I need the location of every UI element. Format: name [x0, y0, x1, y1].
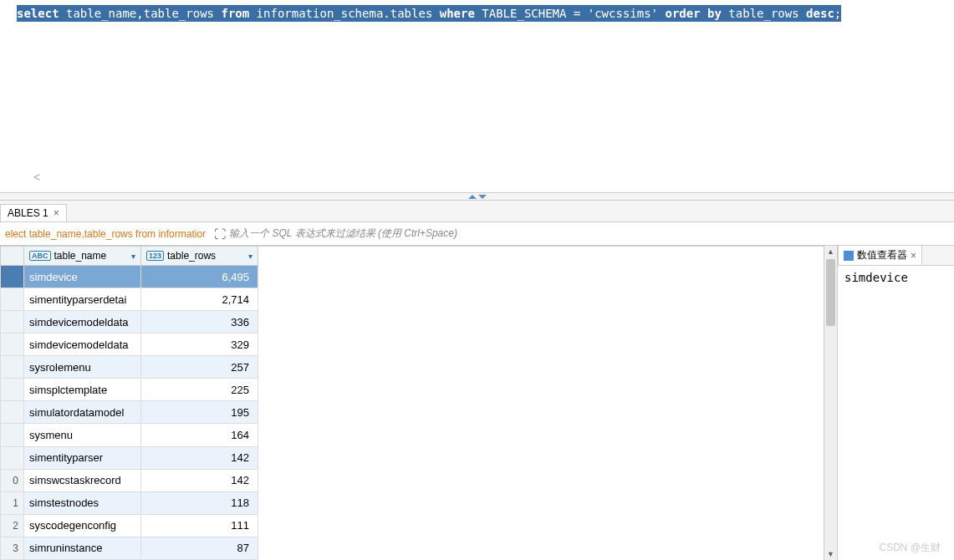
watermark: CSDN @生财: [879, 541, 941, 555]
filter-bar: elect table_name,table_rows from informa…: [0, 222, 954, 246]
rownum-cell[interactable]: [1, 401, 24, 424]
column-name-label: table_name: [54, 250, 107, 262]
table-row[interactable]: simdevice6,495: [1, 266, 258, 288]
rows-cell[interactable]: 2,714: [141, 288, 258, 311]
sql-query-line[interactable]: select table_name,table_rows from inform…: [17, 5, 841, 22]
name-cell[interactable]: simruninstance: [24, 537, 141, 559]
name-cell[interactable]: syscodegenconfig: [24, 514, 141, 537]
table-row[interactable]: simentityparserdetai2,714: [1, 288, 258, 311]
scroll-up-icon[interactable]: ▲: [824, 246, 837, 257]
close-icon[interactable]: ×: [54, 207, 59, 219]
name-cell[interactable]: sysrolemenu: [24, 356, 141, 379]
name-cell[interactable]: simulatordatamodel: [24, 401, 141, 424]
rows-cell[interactable]: 111: [141, 514, 258, 537]
name-cell[interactable]: simswcstaskrecord: [24, 469, 141, 491]
name-cell[interactable]: simstestnodes: [24, 491, 141, 514]
rownum-cell[interactable]: [1, 333, 24, 356]
splitter-handle[interactable]: [452, 193, 503, 200]
table-row[interactable]: simdevicemodeldata329: [1, 333, 258, 356]
rownum-cell[interactable]: [1, 311, 24, 333]
name-cell[interactable]: simsplctemplate: [24, 379, 141, 401]
splitter-bar[interactable]: [0, 192, 954, 201]
table-row[interactable]: 2syscodegenconfig111: [1, 514, 258, 537]
rows-cell[interactable]: 336: [141, 311, 258, 333]
table-row[interactable]: 0simswcstaskrecord142: [1, 469, 258, 491]
number-type-icon: 123: [146, 251, 164, 261]
rows-cell[interactable]: 329: [141, 333, 258, 356]
value-viewer-tab[interactable]: 数值查看器 ×: [838, 246, 922, 265]
splitter-up-icon: [468, 195, 477, 199]
table-row[interactable]: simdevicemodeldata336: [1, 311, 258, 333]
grid-empty-area: [258, 246, 824, 560]
table-row[interactable]: simsplctemplate225: [1, 379, 258, 401]
column-header-rows[interactable]: 123 table_rows ▾: [141, 247, 258, 266]
table-row[interactable]: sysrolemenu257: [1, 356, 258, 379]
chevron-down-icon[interactable]: ▾: [131, 252, 135, 261]
rows-cell[interactable]: 225: [141, 379, 258, 401]
rownum-cell[interactable]: [1, 356, 24, 379]
rownum-cell[interactable]: 1: [1, 491, 24, 514]
sql-editor[interactable]: select table_name,table_rows from inform…: [0, 0, 954, 192]
rows-cell[interactable]: 87: [141, 537, 258, 559]
table-row[interactable]: sysmenu164: [1, 424, 258, 446]
chevron-down-icon[interactable]: ▾: [248, 252, 253, 261]
value-viewer-content[interactable]: simdevice: [838, 266, 954, 560]
results-grid[interactable]: ABC table_name ▾ 123 table_rows ▾ si: [0, 246, 258, 560]
rows-cell[interactable]: 142: [141, 469, 258, 491]
vertical-scrollbar[interactable]: ▲ ▼: [824, 246, 837, 560]
results-tab-label: ABLES 1: [8, 207, 48, 219]
rows-cell[interactable]: 195: [141, 401, 258, 424]
hscroll-arrow-left[interactable]: <: [33, 171, 40, 184]
rownum-cell[interactable]: [1, 424, 24, 446]
value-viewer-tab-label: 数值查看器: [857, 248, 907, 262]
table-row[interactable]: simulatordatamodel195: [1, 401, 258, 424]
rows-cell[interactable]: 6,495: [141, 266, 258, 288]
table-row[interactable]: 1simstestnodes118: [1, 491, 258, 514]
rownum-header[interactable]: [1, 247, 24, 266]
rows-cell[interactable]: 257: [141, 356, 258, 379]
rownum-cell[interactable]: [1, 446, 24, 469]
panel-icon: [844, 251, 854, 261]
rows-cell[interactable]: 142: [141, 446, 258, 469]
name-cell[interactable]: simentityparserdetai: [24, 288, 141, 311]
name-cell[interactable]: simentityparser: [24, 446, 141, 469]
table-row[interactable]: simentityparser142: [1, 446, 258, 469]
name-cell[interactable]: simdevicemodeldata: [24, 333, 141, 356]
rows-cell[interactable]: 118: [141, 491, 258, 514]
column-header-name[interactable]: ABC table_name ▾: [24, 247, 141, 266]
rows-cell[interactable]: 164: [141, 424, 258, 446]
name-cell[interactable]: simdevice: [24, 266, 141, 288]
close-icon[interactable]: ×: [911, 250, 916, 262]
column-rows-label: table_rows: [167, 250, 216, 262]
results-tab[interactable]: ABLES 1 ×: [0, 204, 67, 221]
name-cell[interactable]: simdevicemodeldata: [24, 311, 141, 333]
table-row[interactable]: 3simruninstance87: [1, 537, 258, 559]
expand-icon[interactable]: ⛶: [211, 227, 229, 241]
splitter-down-icon: [478, 195, 487, 199]
rownum-cell[interactable]: [1, 379, 24, 401]
rownum-cell[interactable]: 3: [1, 537, 24, 559]
query-preview: elect table_name,table_rows from informa…: [0, 228, 211, 240]
rownum-cell[interactable]: 0: [1, 469, 24, 491]
scroll-thumb[interactable]: [826, 259, 835, 326]
rownum-cell[interactable]: [1, 266, 24, 288]
text-type-icon: ABC: [29, 251, 51, 261]
results-tab-bar: ABLES 1 ×: [0, 201, 954, 222]
name-cell[interactable]: sysmenu: [24, 424, 141, 446]
rownum-cell[interactable]: 2: [1, 514, 24, 537]
value-viewer-panel: 数值查看器 × simdevice: [837, 246, 954, 560]
filter-input[interactable]: 输入一个 SQL 表达式来过滤结果 (使用 Ctrl+Space): [229, 227, 457, 241]
rownum-cell[interactable]: [1, 288, 24, 311]
scroll-down-icon[interactable]: ▼: [824, 548, 837, 560]
